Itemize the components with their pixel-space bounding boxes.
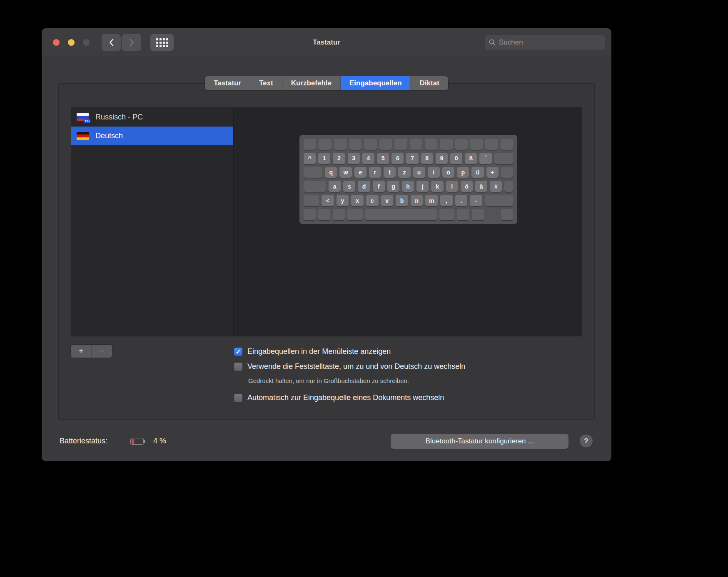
- key-blank: [457, 209, 469, 220]
- russia-flag-icon: PC: [77, 113, 89, 122]
- key-3: 3: [348, 153, 360, 164]
- checkbox-auto-switch-document[interactable]: [234, 394, 242, 402]
- battery-status-label: Batteriestatus:: [60, 437, 107, 445]
- option-label: Verwende die Feststelltaste, um zu und v…: [247, 362, 465, 371]
- forward-button[interactable]: [122, 34, 141, 51]
- list-item-label: Deutsch: [95, 132, 123, 140]
- chevron-right-icon: [130, 39, 134, 46]
- key-d: d: [358, 181, 370, 192]
- key-blank: [470, 139, 483, 150]
- key-blank: [504, 181, 513, 192]
- key-blank: [425, 139, 437, 150]
- list-edit-buttons: + −: [71, 345, 112, 358]
- zoom-button[interactable]: [83, 39, 90, 46]
- add-input-source-button[interactable]: +: [71, 345, 91, 358]
- key-s: s: [343, 181, 355, 192]
- key-x: x: [351, 195, 364, 206]
- key-blank: [440, 139, 452, 150]
- key-2: 2: [333, 153, 345, 164]
- key-^: ^: [304, 153, 316, 164]
- key-c: c: [366, 195, 379, 206]
- tab-diktat[interactable]: Diktat: [411, 76, 448, 90]
- key-blank: [304, 167, 322, 178]
- key-6: 6: [391, 153, 404, 164]
- key-blank: [494, 153, 513, 164]
- show-all-button[interactable]: [150, 34, 174, 51]
- key-w: w: [339, 167, 352, 178]
- search-input[interactable]: Suchen: [485, 35, 605, 50]
- key-8: 8: [421, 153, 433, 164]
- remove-input-source-button[interactable]: −: [91, 345, 112, 358]
- key-<: <: [322, 195, 334, 206]
- key-blank: [349, 139, 362, 150]
- key-arrow-updown: [486, 209, 499, 220]
- key-m: m: [425, 195, 438, 206]
- key-4: 4: [362, 153, 374, 164]
- key-h: h: [402, 181, 414, 192]
- back-button[interactable]: [102, 34, 121, 51]
- battery-icon: [130, 438, 144, 445]
- key-k: k: [431, 181, 443, 192]
- key-blank: [334, 139, 347, 150]
- minimize-button[interactable]: [68, 39, 75, 46]
- content-panels: PC Russisch - PC Deutsch ^1234567890ß´qw…: [71, 107, 582, 336]
- key-v: v: [381, 195, 394, 206]
- battery-percentage: 4 %: [153, 437, 166, 445]
- key-blank: [501, 139, 513, 150]
- key-´: ´: [479, 153, 491, 164]
- key-ü: ü: [471, 167, 484, 178]
- checkbox-capslock-switch[interactable]: [234, 363, 242, 371]
- key-n: n: [411, 195, 423, 206]
- key-,: ,: [440, 195, 453, 206]
- key-blank: [304, 139, 316, 150]
- checkbox-show-in-menubar[interactable]: ✓: [234, 348, 242, 356]
- battery-level-fill: [132, 439, 134, 444]
- key-blank: [501, 209, 513, 220]
- key-blank: [364, 139, 376, 150]
- titlebar: Tastatur Suchen: [42, 28, 611, 57]
- tab-kurzbefehle[interactable]: Kurzbefehle: [282, 76, 340, 90]
- key-1: 1: [318, 153, 330, 164]
- key-blank: [501, 167, 513, 178]
- key-blank: [394, 139, 407, 150]
- tab-tastatur[interactable]: Tastatur: [205, 76, 250, 90]
- tab-text[interactable]: Text: [250, 76, 282, 90]
- key-.: .: [455, 195, 468, 206]
- key-u: u: [413, 167, 425, 178]
- list-item-russisch-pc[interactable]: PC Russisch - PC: [71, 108, 233, 127]
- key-space: [365, 209, 437, 220]
- help-button[interactable]: ?: [580, 435, 593, 448]
- key-blank: [410, 139, 422, 150]
- key-blank: [304, 195, 319, 206]
- key-+: +: [486, 167, 499, 178]
- key-ö: ö: [461, 181, 473, 192]
- key-blank: [333, 209, 345, 220]
- key-g: g: [387, 181, 399, 192]
- key--: -: [470, 195, 482, 206]
- key-e: e: [354, 167, 366, 178]
- key-blank: [319, 139, 331, 150]
- key-ä: ä: [475, 181, 487, 192]
- key-b: b: [396, 195, 408, 206]
- germany-flag-icon: [77, 132, 89, 140]
- key-r: r: [369, 167, 381, 178]
- key-f: f: [373, 181, 385, 192]
- option-label: Eingabequellen in der Menüleiste anzeige…: [247, 347, 391, 356]
- option-row-menubar: ✓ Eingabequellen in der Menüleiste anzei…: [234, 347, 391, 356]
- key-z: z: [398, 167, 410, 178]
- grid-icon: [156, 38, 168, 47]
- key-blank: [304, 181, 326, 192]
- close-button[interactable]: [53, 39, 60, 46]
- list-item-deutsch[interactable]: Deutsch: [71, 127, 233, 145]
- tab-eingabequellen[interactable]: Eingabequellen: [340, 76, 411, 90]
- battery-nub: [144, 440, 145, 443]
- tab-bar: Tastatur Text Kurzbefehle Eingabequellen…: [205, 76, 448, 90]
- key-blank: [347, 209, 362, 220]
- key-l: l: [446, 181, 458, 192]
- option-note: Gedrückt halten, um nur in Großbuchstabe…: [248, 377, 409, 384]
- key-ß: ß: [465, 153, 477, 164]
- configure-bluetooth-keyboard-button[interactable]: Bluetooth-Tastatur konfigurieren ...: [391, 434, 568, 449]
- key-blank: [439, 209, 454, 220]
- key-blank: [485, 195, 513, 206]
- key-a: a: [329, 181, 341, 192]
